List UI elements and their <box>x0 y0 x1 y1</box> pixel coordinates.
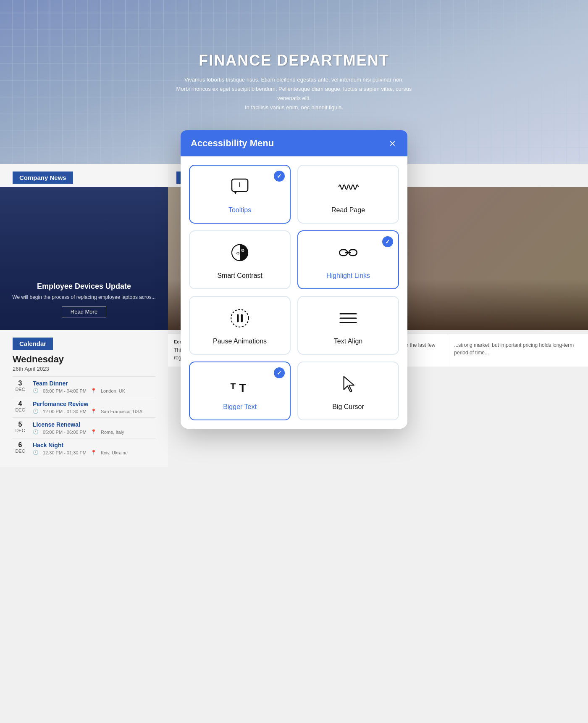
pause-animations-label: Pause Animations <box>213 338 267 345</box>
event-day-num: 5 <box>13 421 28 428</box>
check-badge: ✓ <box>274 171 285 182</box>
text-align-icon <box>337 307 359 333</box>
event-details: Hack Night 🕐 12:30 PM - 01:30 PM 📍 Kyiv,… <box>33 442 155 455</box>
event-day-num: 6 <box>13 442 28 449</box>
calendar-header: Calendar <box>13 338 53 350</box>
location-icon: 📍 <box>91 429 97 435</box>
hero-subtitle: Vivamus lobortis tristique risus. Etiam … <box>168 75 420 112</box>
news-content: Employee Devices Update We will begin th… <box>0 282 168 317</box>
big-cursor-label: Big Cursor <box>332 403 364 411</box>
news-title: Employee Devices Update <box>8 282 160 291</box>
news-card: Employee Devices Update We will begin th… <box>0 187 168 330</box>
event-date-badge: 3 DEC <box>13 380 28 392</box>
pause-animations-icon <box>229 307 251 333</box>
event-location: Kyiv, Ukraine <box>101 450 128 455</box>
text-align-label: Text Align <box>334 338 362 345</box>
event-details: Team Dinner 🕐 03:00 PM - 04:00 PM 📍 Lond… <box>33 380 155 393</box>
clock-icon: 🕐 <box>33 388 39 393</box>
svg-rect-11 <box>237 314 239 322</box>
left-column: Company News Employee Devices Update We … <box>0 164 168 467</box>
modal-header: Accessibility Menu × <box>181 130 407 156</box>
location-icon: 📍 <box>91 388 97 393</box>
event-meta: 🕐 12:00 PM - 01:30 PM 📍 San Francisco, U… <box>33 409 155 414</box>
accessibility-tile-highlight-links[interactable]: ✓ Highlight Links <box>297 230 399 289</box>
hero-content: FINANCE DEPARTMENT Vivamus lobortis tris… <box>168 52 420 112</box>
big-cursor-icon <box>337 373 359 399</box>
accessibility-tile-text-align[interactable]: Text Align <box>297 296 399 355</box>
check-badge: ✓ <box>382 236 393 247</box>
event-date-badge: 5 DEC <box>13 421 28 433</box>
company-news-header: Company News <box>13 172 73 184</box>
svg-marker-2 <box>234 191 237 194</box>
event-month: DEC <box>13 407 28 412</box>
event-time: 05:00 PM - 06:00 PM <box>43 430 87 435</box>
location-icon: 📍 <box>91 450 97 455</box>
modal-close-button[interactable]: × <box>388 138 397 149</box>
read-page-label: Read Page <box>331 206 365 214</box>
accessibility-tile-pause-animations[interactable]: Pause Animations <box>189 296 291 355</box>
calendar-date: 26th April 2023 <box>13 366 155 372</box>
accessibility-tile-big-cursor[interactable]: Big Cursor <box>297 362 399 420</box>
event-title: Hack Night <box>33 442 155 449</box>
news-body: We will begin the process of replacing e… <box>8 294 160 300</box>
economy-card: ...strong market, but important pricing … <box>448 334 588 367</box>
clock-icon: 🕐 <box>33 450 39 455</box>
clock-icon: 🕐 <box>33 409 39 414</box>
accessibility-tile-read-page[interactable]: Read Page <box>297 165 399 224</box>
hero-title: FINANCE DEPARTMENT <box>168 52 420 69</box>
svg-point-5 <box>242 249 244 251</box>
calendar-event: 5 DEC License Renewal 🕐 05:00 PM - 06:00… <box>13 417 155 438</box>
accessibility-tile-smart-contrast[interactable]: ⚙ Smart Contrast <box>189 230 291 289</box>
smart-contrast-icon: ⚙ <box>229 242 251 268</box>
svg-text:T: T <box>230 381 236 391</box>
event-location: Rome, Italy <box>101 430 124 435</box>
clock-icon: 🕐 <box>33 429 39 435</box>
event-title: Team Dinner <box>33 380 155 387</box>
calendar-event: 3 DEC Team Dinner 🕐 03:00 PM - 04:00 PM … <box>13 376 155 397</box>
svg-rect-12 <box>241 314 243 322</box>
event-time: 12:00 PM - 01:30 PM <box>43 409 87 414</box>
event-meta: 🕐 12:30 PM - 01:30 PM 📍 Kyiv, Ukraine <box>33 450 155 455</box>
event-location: San Francisco, USA <box>101 409 142 414</box>
modal-title: Accessibility Menu <box>191 138 274 149</box>
event-month: DEC <box>13 387 28 392</box>
smart-contrast-label: Smart Contrast <box>217 272 262 280</box>
event-day-num: 4 <box>13 401 28 407</box>
tooltips-icon: i <box>229 176 251 202</box>
read-more-button[interactable]: Read More <box>62 306 106 317</box>
calendar-day: Wednesday <box>13 354 155 365</box>
bigger-text-icon: T T <box>229 373 251 399</box>
accessibility-tile-tooltips[interactable]: ✓ i Tooltips <box>189 165 291 224</box>
event-month: DEC <box>13 449 28 454</box>
eco-text: ...strong market, but important pricing … <box>454 341 582 356</box>
event-month: DEC <box>13 428 28 433</box>
event-date-badge: 6 DEC <box>13 442 28 454</box>
event-details: Perfomance Review 🕐 12:00 PM - 01:30 PM … <box>33 401 155 414</box>
event-time: 03:00 PM - 04:00 PM <box>43 388 87 393</box>
event-time: 12:30 PM - 01:30 PM <box>43 450 87 455</box>
svg-text:⚙: ⚙ <box>236 251 240 256</box>
bigger-text-label: Bigger Text <box>223 403 257 411</box>
svg-text:T: T <box>239 381 246 394</box>
calendar-event: 4 DEC Perfomance Review 🕐 12:00 PM - 01:… <box>13 397 155 417</box>
event-details: License Renewal 🕐 05:00 PM - 06:00 PM 📍 … <box>33 421 155 435</box>
event-location: London, UK <box>101 388 125 393</box>
accessibility-modal: Accessibility Menu × ✓ i Tooltips Read P… <box>181 130 407 429</box>
accessibility-tile-bigger-text[interactable]: ✓ T T Bigger Text <box>189 362 291 420</box>
accessibility-grid: ✓ i Tooltips Read Page ⚙ <box>181 156 407 429</box>
event-title: License Renewal <box>33 421 155 428</box>
svg-point-10 <box>231 309 249 327</box>
event-meta: 🕐 05:00 PM - 06:00 PM 📍 Rome, Italy <box>33 429 155 435</box>
tooltips-label: Tooltips <box>228 206 251 214</box>
event-date-badge: 4 DEC <box>13 401 28 412</box>
calendar-section: Calendar Wednesday 26th April 2023 3 DEC… <box>0 330 168 467</box>
check-badge: ✓ <box>274 367 285 378</box>
calendar-event: 6 DEC Hack Night 🕐 12:30 PM - 01:30 PM 📍… <box>13 438 155 459</box>
read-page-icon <box>337 176 359 202</box>
highlight-links-label: Highlight Links <box>326 272 370 280</box>
event-title: Perfomance Review <box>33 401 155 407</box>
location-icon: 📍 <box>91 409 97 414</box>
calendar-events-list: 3 DEC Team Dinner 🕐 03:00 PM - 04:00 PM … <box>13 376 155 459</box>
highlight-links-icon <box>337 242 359 268</box>
event-meta: 🕐 03:00 PM - 04:00 PM 📍 London, UK <box>33 388 155 393</box>
